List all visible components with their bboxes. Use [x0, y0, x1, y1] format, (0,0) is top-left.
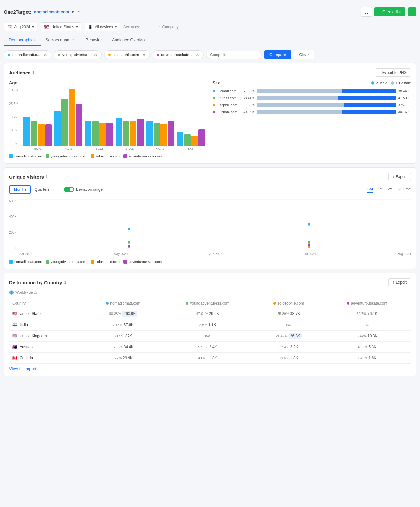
sex-header: Sex ♂ Male ♀ Female [213, 80, 411, 85]
device-value: All devices [95, 25, 113, 29]
download-button[interactable]: ↓ [408, 7, 417, 16]
chip-close-1[interactable]: ✕ [43, 52, 47, 57]
dist-title: Distribution by Country ℹ [9, 280, 66, 285]
tab-demographics[interactable]: Demographics [4, 34, 41, 46]
sex-bar-3 [257, 103, 396, 107]
device-icon: 📱 [88, 25, 93, 29]
age-bar [154, 123, 160, 146]
age-section: Age 34% 25.5% 17% 8.5% 0% [9, 80, 208, 158]
create-list-button[interactable]: + Create list [374, 7, 405, 16]
range-1y[interactable]: 1Y [378, 186, 383, 193]
compare-button[interactable]: Compare [264, 50, 291, 59]
chip-close-4[interactable]: ✕ [196, 52, 199, 57]
uv-card-header: Unique Visitors ℹ ↑ Export [9, 173, 411, 181]
audience-info-icon[interactable]: ℹ [33, 70, 34, 75]
quarters-button[interactable]: Quarters [31, 185, 53, 194]
flag-uk: 🇬🇧 [12, 334, 17, 338]
age-bar [177, 132, 184, 146]
country-value: United States [51, 25, 74, 29]
audience-export-button[interactable]: ↑ Export to PNG [375, 68, 411, 77]
sex-section: Sex ♂ Male ♀ Female [213, 80, 411, 158]
uk-solosophie: 24.42% 26.3K [254, 331, 323, 342]
external-link-icon[interactable]: ↗ [77, 10, 80, 14]
header: One2Target: nomadicmatt.com ▾ ↗ ⛶ + Crea… [4, 4, 416, 20]
dist-export-button[interactable]: ↑ Export [388, 278, 411, 286]
au-nomadicmatt: 6.55% 34.4K [85, 342, 161, 353]
tab-behavior[interactable]: Behavior [80, 34, 107, 46]
line-chart-dot [128, 228, 130, 230]
sex-row-4: ...uskate.com 60.84% 39.16% [213, 110, 411, 114]
competitor-input[interactable] [206, 51, 262, 59]
chip-dot-2 [58, 54, 60, 56]
us-solosophie: 35.89% 38.7K [254, 308, 323, 319]
line-chart-dot [308, 244, 310, 246]
device-filter[interactable]: 📱 All devices ▾ [85, 23, 120, 31]
uv-export-button[interactable]: ↑ Export [388, 173, 411, 181]
clear-button[interactable]: Clear [294, 50, 314, 59]
chip-adventurouskate: adventurouskate... ✕ [153, 50, 204, 59]
table-row: 🇬🇧 United Kingdom 7.05% 37K n/a 24.42% 2… [9, 331, 411, 342]
india-nomadicmatt: 7.16% 37.6K [85, 319, 161, 331]
chip-nomadicmatt: nomadicmatt.c... ✕ [4, 50, 51, 59]
date-value: Aug 2024 [14, 25, 30, 29]
ca-nomadicmatt: 5.7% 29.9K [85, 353, 161, 364]
audience-grid: Age 34% 25.5% 17% 8.5% 0% [9, 80, 411, 158]
audience-card-header: Audience ℹ ↑ Export to PNG [9, 68, 411, 77]
us-flag: 🇺🇸 [44, 24, 49, 29]
us-nomadicmatt: 50.28% 263.9K [85, 308, 161, 319]
sex-male-bar-1 [257, 89, 342, 93]
distribution-table-wrap: Country nomadicmatt.com youngadventuress… [9, 298, 411, 364]
au-adventurouskate: 4.33% 5.3K [323, 342, 411, 353]
male-dot [371, 81, 374, 85]
tab-audience-overlap[interactable]: Audience Overlap [107, 34, 150, 46]
table-row: 🇮🇳 India 7.16% 37.6K 2.6% 1.1K n/a [9, 319, 411, 331]
uv-info-icon[interactable]: ℹ [46, 175, 47, 179]
date-filter[interactable]: 📅 Aug 2024 ▾ [4, 23, 37, 31]
table-head: Country nomadicmatt.com youngadventuress… [9, 298, 411, 308]
deviation-toggle[interactable] [64, 187, 74, 192]
sex-row-3: ...sophie.com 63% 37% [213, 103, 411, 107]
age-legend: nomadicmatt.com youngadventuress.com sol… [9, 154, 208, 158]
sex-male-bar-4 [257, 110, 342, 114]
table-row: 🇨🇦 Canada 5.7% 29.9K 4.06% 1.8K 1.66% 1.… [9, 353, 411, 364]
age-bar [45, 124, 52, 146]
range-all-time[interactable]: All Time [397, 186, 411, 193]
india-adventurouskate: n/a [323, 319, 411, 331]
months-button[interactable]: Months [9, 185, 31, 194]
sex-female-pct-2: 41.59% [398, 96, 411, 100]
flag-australia: 🇦🇺 [12, 345, 17, 349]
distribution-table: Country nomadicmatt.com youngadventuress… [9, 298, 411, 364]
brand-link[interactable]: nomadicmatt.com [34, 10, 69, 14]
range-6m[interactable]: 6M [367, 186, 373, 193]
chip-label-4: adventurouskate... [161, 53, 192, 57]
sex-site-1: ...icmatt.com [213, 89, 240, 93]
sex-site-3: ...sophie.com [213, 103, 240, 107]
chevron-icon[interactable]: ▾ [72, 10, 74, 14]
sex-female-pct-3: 37% [398, 103, 411, 107]
range-2y[interactable]: 2Y [388, 186, 392, 193]
th-adventurouskate: adventurouskate.com [323, 298, 411, 308]
table-body: 🇺🇸 United States 50.28% 263.9K 67.01% 29… [9, 308, 411, 364]
view-full-report-link[interactable]: View full report [9, 366, 36, 371]
age-bar [184, 134, 191, 146]
india-youngadventuress: 2.6% 1.1K [161, 319, 254, 331]
line-chart-wrapper: 600K 400K 200K 0 Apr 2024 May 2024 Jun 2… [9, 199, 411, 256]
tab-socioeconomics[interactable]: Socioeconomics [41, 34, 81, 46]
globe-icon: 🌐 [9, 290, 14, 295]
age-bar [198, 129, 205, 146]
female-label: Female [399, 81, 411, 85]
competitor-bar: nomadicmatt.c... ✕ youngadventur... ✕ so… [4, 50, 416, 59]
info-icon-company: ℹ [159, 25, 161, 29]
dist-info-icon[interactable]: ℹ [64, 280, 66, 285]
date-chevron: ▾ [32, 25, 34, 29]
sex-bar-4 [257, 110, 396, 114]
header-actions: ⛶ + Create list ↓ [361, 7, 416, 17]
legend-box-1 [9, 154, 13, 158]
expand-button[interactable]: ⛶ [361, 7, 372, 17]
country-filter[interactable]: 🇺🇸 United States ▾ [41, 22, 81, 31]
accuracy-dashes: - - - - [141, 25, 156, 29]
chip-close-2[interactable]: ✕ [94, 52, 97, 57]
line-chart-area: Apr 2024 May 2024 Jun 2024 Jul 2024 Aug … [19, 199, 411, 256]
sex-site-4: ...uskate.com [213, 110, 240, 114]
chip-close-3[interactable]: ✕ [142, 52, 146, 57]
